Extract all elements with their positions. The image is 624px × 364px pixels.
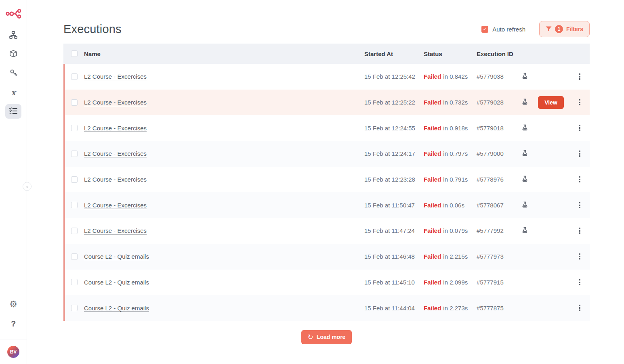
duration: in 0.079s: [443, 227, 468, 234]
check-icon: ✓: [483, 26, 487, 32]
executions-page: Executions ✓ Auto refresh 1 Filters: [63, 0, 590, 344]
execution-name-link[interactable]: L2 Course - Excercises: [84, 73, 147, 80]
row-checkbox[interactable]: [71, 279, 78, 285]
sidebar-item-templates[interactable]: [5, 47, 21, 62]
execution-id: #5777992: [477, 227, 517, 234]
duration: in 0.842s: [443, 73, 468, 80]
help-icon: ?: [11, 319, 16, 328]
table-row[interactable]: L2 Course - Excercises 15 Feb at 12:25:4…: [63, 64, 590, 90]
table-header-row: Name Started At Status Execution ID: [63, 44, 590, 64]
table-row[interactable]: L2 Course - Excercises 15 Feb at 12:24:5…: [63, 115, 590, 141]
sidebar-item-workflows[interactable]: [5, 28, 21, 43]
kebab-menu-icon[interactable]: [577, 123, 582, 133]
execution-name-link[interactable]: L2 Course - Excercises: [84, 125, 147, 132]
row-checkbox[interactable]: [71, 228, 78, 234]
started-at: 15 Feb at 12:23:28: [364, 176, 424, 183]
duration: in 2.215s: [443, 253, 468, 260]
kebab-menu-icon[interactable]: [577, 251, 582, 262]
status-failed: Failed: [424, 176, 441, 183]
sidebar-item-executions[interactable]: [5, 104, 21, 119]
status-failed: Failed: [424, 73, 441, 80]
row-checkbox[interactable]: [71, 151, 78, 157]
table-row[interactable]: L2 Course - Excercises 15 Feb at 11:47:2…: [63, 218, 590, 244]
kebab-menu-icon[interactable]: [577, 303, 582, 313]
duration: in 0.797s: [443, 150, 468, 157]
sitemap-icon: [9, 31, 17, 40]
user-menu: BV: [0, 339, 27, 364]
execution-name-link[interactable]: Course L2 - Quiz emails: [84, 253, 149, 260]
execution-name-link[interactable]: L2 Course - Excercises: [84, 150, 147, 157]
variables-x-icon: x: [11, 88, 15, 97]
execution-id: #5779038: [477, 73, 517, 80]
execution-id: #5779028: [477, 99, 517, 106]
table-row[interactable]: L2 Course - Excercises 15 Feb at 11:50:4…: [63, 192, 590, 218]
row-checkbox[interactable]: [71, 253, 78, 260]
flask-icon: [522, 227, 527, 234]
duration: in 2.273s: [443, 305, 468, 312]
execution-name-link[interactable]: Course L2 - Quiz emails: [84, 279, 149, 286]
row-checkbox[interactable]: [71, 99, 78, 106]
row-checkbox[interactable]: [71, 202, 78, 208]
load-more-label: Load more: [317, 334, 346, 340]
sidebar-nav: x: [5, 28, 21, 119]
execution-name-link[interactable]: L2 Course - Excercises: [84, 176, 147, 183]
kebab-menu-icon[interactable]: [577, 149, 582, 159]
row-checkbox[interactable]: [71, 73, 78, 80]
kebab-menu-icon[interactable]: [577, 71, 582, 82]
settings-button[interactable]: ⚙: [5, 297, 21, 312]
kebab-menu-icon[interactable]: [577, 200, 582, 211]
table-row[interactable]: Course L2 - Quiz emails 15 Feb at 11:46:…: [63, 244, 590, 270]
started-at: 15 Feb at 12:24:55: [364, 125, 424, 132]
column-header-name: Name: [84, 50, 364, 57]
row-checkbox[interactable]: [71, 305, 78, 311]
avatar[interactable]: BV: [7, 346, 19, 358]
duration: in 0.918s: [443, 125, 468, 132]
execution-name-link[interactable]: Course L2 - Quiz emails: [84, 305, 149, 312]
page-title: Executions: [63, 23, 122, 36]
sidebar-bottom: ⚙ ? BV: [0, 297, 27, 364]
flask-icon: [522, 124, 527, 132]
funnel-icon: [546, 26, 552, 32]
duration: in 0.791s: [443, 176, 468, 183]
table-row[interactable]: L2 Course - Excercises 15 Feb at 12:24:1…: [63, 141, 590, 167]
started-at: 15 Feb at 12:25:42: [364, 73, 424, 80]
view-button[interactable]: View: [538, 96, 564, 109]
execution-name-link[interactable]: L2 Course - Excercises: [84, 202, 147, 209]
sidebar-item-credentials[interactable]: [5, 66, 21, 81]
status-failed: Failed: [424, 99, 441, 106]
execution-id: #5778976: [477, 176, 517, 183]
table-row[interactable]: Course L2 - Quiz emails 15 Feb at 11:45:…: [63, 270, 590, 295]
header-controls: ✓ Auto refresh 1 Filters: [481, 21, 590, 37]
kebab-menu-icon[interactable]: [577, 226, 582, 236]
execution-name-link[interactable]: L2 Course - Excercises: [84, 227, 147, 234]
filters-button[interactable]: 1 Filters: [539, 21, 590, 37]
flask-icon: [522, 201, 527, 209]
status-failed: Failed: [424, 279, 441, 286]
help-button[interactable]: ?: [5, 316, 21, 331]
row-checkbox[interactable]: [71, 125, 78, 131]
flask-icon: [522, 98, 527, 106]
kebab-menu-icon[interactable]: [577, 174, 582, 185]
kebab-menu-icon[interactable]: [577, 277, 582, 288]
started-at: 15 Feb at 12:24:17: [364, 150, 424, 157]
table-row[interactable]: L2 Course - Excercises 15 Feb at 12:23:2…: [63, 167, 590, 192]
auto-refresh-toggle[interactable]: ✓ Auto refresh: [481, 26, 525, 33]
started-at: 15 Feb at 12:25:22: [364, 99, 424, 106]
sidebar-expand-button[interactable]: ›: [23, 182, 32, 191]
select-all-checkbox[interactable]: [71, 50, 78, 57]
load-more-button[interactable]: ↻ Load more: [301, 330, 352, 344]
table-row[interactable]: Course L2 - Quiz emails 15 Feb at 11:44:…: [63, 295, 590, 321]
sidebar-item-variables[interactable]: x: [5, 85, 21, 100]
load-more-container: ↻ Load more: [63, 330, 590, 344]
execution-name-link[interactable]: L2 Course - Excercises: [84, 99, 147, 106]
auto-refresh-checkbox[interactable]: ✓: [481, 26, 488, 33]
started-at: 15 Feb at 11:46:48: [364, 253, 424, 260]
page-header: Executions ✓ Auto refresh 1 Filters: [63, 0, 590, 44]
chevron-right-icon: ›: [26, 184, 28, 190]
row-checkbox[interactable]: [71, 176, 78, 183]
kebab-menu-icon[interactable]: [577, 97, 582, 108]
key-icon: [10, 69, 17, 78]
table-row[interactable]: L2 Course - Excercises 15 Feb at 12:25:2…: [63, 90, 590, 115]
n8n-logo-icon[interactable]: [6, 6, 21, 20]
filters-label: Filters: [566, 26, 583, 32]
